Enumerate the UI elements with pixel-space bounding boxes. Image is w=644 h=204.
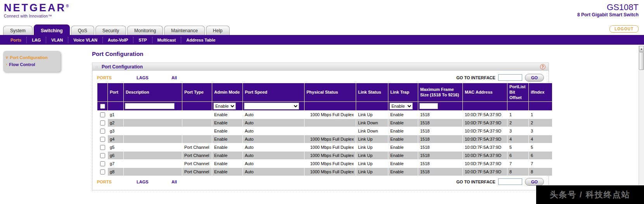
tab-security[interactable]: Security	[95, 26, 126, 35]
goto-interface-input-top[interactable]	[498, 74, 522, 81]
cell-physical_status	[305, 127, 356, 135]
go-button-bottom[interactable]: GO	[525, 178, 544, 186]
cell-port: g2	[108, 119, 123, 127]
select-all-checkbox[interactable]	[100, 104, 105, 109]
row-checkbox[interactable]	[100, 145, 105, 150]
all-link-bottom[interactable]: All	[171, 180, 177, 184]
link-trap-select[interactable]: Enable	[390, 103, 413, 110]
scrollbar[interactable]: ▲	[639, 46, 644, 204]
cell-select	[97, 160, 107, 167]
cell-physical_status: 1000 Mbps Full Duplex	[305, 168, 356, 176]
port-speed-select[interactable]	[244, 103, 299, 110]
cell-portlist: 5	[507, 143, 528, 151]
row-checkbox[interactable]	[100, 137, 105, 142]
cell-port: g5	[108, 143, 123, 151]
subnav-item-address-table[interactable]: Address Table	[181, 37, 220, 43]
cell-portlist: 4	[507, 135, 528, 143]
scroll-up-arrow-icon[interactable]: ▲	[639, 46, 644, 52]
col-header-port_speed: Port Speed	[243, 83, 304, 101]
go-button-top[interactable]: GO	[525, 74, 544, 82]
cell-portlist: 3	[507, 127, 528, 135]
goto-interface-input-bottom[interactable]	[498, 178, 522, 185]
subnav-item-multicast[interactable]: Multicast	[152, 37, 181, 43]
model-name: GS108T	[577, 3, 639, 12]
cell-link_trap: Enable	[388, 135, 418, 143]
cell-portlist: 7	[507, 160, 528, 167]
col-header-link_trap: Link Trap	[388, 83, 418, 101]
logout-button[interactable]: LOGOUT	[609, 25, 639, 33]
cell-mac: 10:0D:7F:5A:37:9D	[463, 168, 507, 176]
filter-cell-admin_mode: Enable	[212, 102, 242, 110]
table-row: g6Port ChannelEnableAuto1000 Mbps Full D…	[97, 152, 552, 159]
tab-monitoring[interactable]: Monitoring	[127, 26, 163, 35]
cell-link_trap: Enable	[388, 143, 418, 151]
cell-description	[124, 119, 182, 127]
description-filter-input[interactable]	[125, 103, 175, 109]
sidebar-item-port-configuration[interactable]: vPort Configuration	[6, 54, 57, 61]
cell-admin_mode: Enable	[212, 152, 242, 159]
cell-link_status: Link Up	[356, 135, 388, 143]
filter-cell-physical_status	[305, 102, 356, 110]
cell-max_frame: 1518	[418, 168, 462, 176]
cell-select	[97, 119, 107, 127]
toolbar-top: PORTS LAGS All GO TO INTERFACE GO	[97, 72, 544, 83]
all-link-top[interactable]: All	[171, 75, 177, 80]
cell-description	[124, 135, 182, 143]
row-checkbox[interactable]	[100, 169, 105, 174]
cell-select	[97, 168, 107, 176]
row-checkbox[interactable]	[100, 120, 105, 126]
tab-maintenance[interactable]: Maintenance	[164, 26, 205, 35]
cell-port_type	[182, 127, 212, 135]
chevron-icon: ›	[6, 62, 7, 67]
port-config-panel: :: Port Configuration ? PORTS LAGS All G…	[92, 63, 549, 190]
cell-link_status: Link Down	[356, 127, 388, 135]
admin-mode-select[interactable]: Enable	[213, 103, 236, 110]
main-content: Port Configuration :: Port Configuration…	[92, 45, 644, 190]
sidebar-menu: vPort Configuration›Flow Control	[3, 51, 61, 72]
filter-cell-portlist	[507, 102, 528, 110]
cell-description	[124, 111, 182, 119]
cell-mac: 10:0D:7F:5A:37:9D	[463, 160, 507, 167]
lags-link-top[interactable]: LAGS	[137, 75, 171, 80]
col-header-physical_status: Physical Status	[305, 83, 356, 101]
row-checkbox[interactable]	[100, 129, 105, 134]
cell-portlist: 2	[507, 119, 528, 127]
help-icon[interactable]: ?	[540, 64, 545, 70]
col-header-description: Description	[124, 83, 182, 101]
cell-select	[97, 143, 107, 151]
cell-link_trap: Enable	[388, 127, 418, 135]
cell-port: g7	[108, 160, 123, 167]
ports-link-top[interactable]: PORTS	[97, 75, 137, 80]
lags-link-bottom[interactable]: LAGS	[137, 180, 171, 184]
sidebar-item-flow-control[interactable]: ›Flow Control	[6, 61, 57, 68]
cell-description	[124, 168, 182, 176]
cell-ifindex: 2	[529, 119, 552, 127]
cell-description	[124, 152, 182, 159]
table-row: g5Port ChannelEnableAuto1000 Mbps Full D…	[97, 143, 552, 151]
subnav-item-lag[interactable]: LAG	[26, 37, 46, 43]
subnav-item-stp[interactable]: STP	[133, 37, 152, 43]
subnav-item-voice-vlan[interactable]: Voice VLAN	[68, 37, 102, 43]
row-checkbox[interactable]	[100, 153, 105, 158]
row-checkbox[interactable]	[100, 112, 105, 117]
screen: NETGEAR® Connect with Innovation™ GS108T…	[0, 0, 644, 204]
cell-max_frame: 1518	[418, 111, 462, 119]
tab-help[interactable]: Help	[206, 26, 230, 35]
main-tabs: SystemSwitchingQoSSecurityMonitoringMain…	[0, 23, 644, 35]
cell-ifindex: 6	[529, 152, 552, 159]
scrollbar-thumb[interactable]	[639, 52, 644, 70]
tab-qos[interactable]: QoS	[71, 26, 94, 35]
max-frame-input[interactable]	[419, 103, 438, 109]
cell-link_status: Link Up	[356, 168, 388, 176]
cell-portlist: 6	[507, 152, 528, 159]
subnav-item-ports[interactable]: Ports	[5, 37, 26, 43]
cell-link_status: Link Up	[356, 111, 388, 119]
brand: NETGEAR® Connect with Innovation™	[4, 3, 69, 23]
subnav-item-vlan[interactable]: VLAN	[46, 37, 68, 43]
row-checkbox[interactable]	[100, 161, 105, 166]
cell-max_frame: 1518	[418, 127, 462, 135]
tab-switching[interactable]: Switching	[34, 24, 70, 35]
tab-system[interactable]: System	[3, 26, 33, 35]
ports-link-bottom[interactable]: PORTS	[97, 180, 137, 184]
subnav-item-auto-voip[interactable]: Auto-VoIP	[102, 37, 133, 43]
